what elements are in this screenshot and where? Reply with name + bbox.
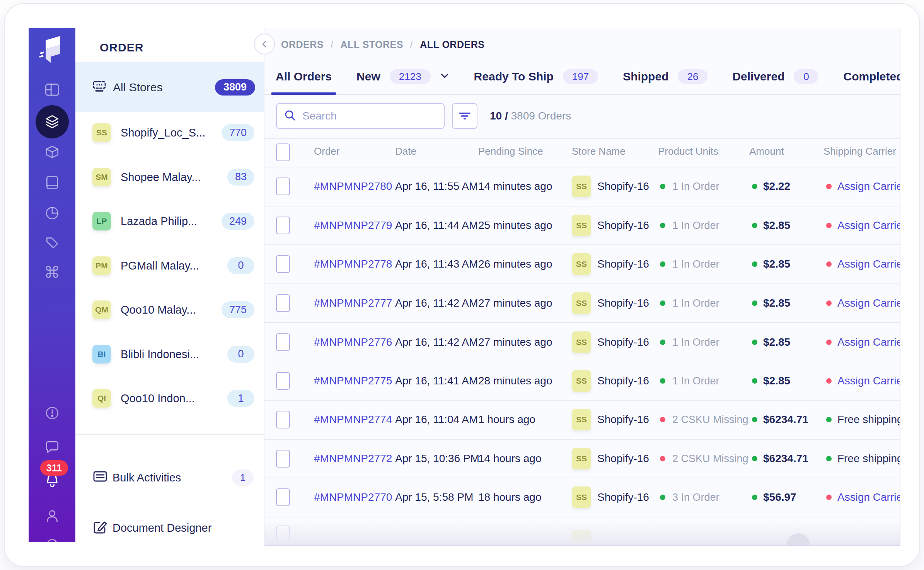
shortcuts-command-icon[interactable]: ⌘ <box>44 265 60 281</box>
row-checkbox[interactable] <box>276 488 290 506</box>
store-name-label: Qoo10 Malay... <box>121 304 196 316</box>
orders-main-panel: ORDERS / ALL STORES / ALL ORDERS All Ord… <box>264 28 900 546</box>
tab[interactable]: Delivered 0 <box>732 59 818 94</box>
chevron-down-icon[interactable] <box>440 73 449 80</box>
chat-icon[interactable] <box>44 439 60 455</box>
carrier-status-dot <box>826 184 832 189</box>
tab[interactable]: Completed 346 <box>843 59 900 94</box>
row-checkbox[interactable] <box>276 294 290 312</box>
units-status-dot <box>660 417 665 422</box>
panel-title: ORDER <box>100 41 143 54</box>
store-list-item[interactable]: QM Qoo10 Malay... 775 <box>75 288 264 332</box>
sidebar-rail: ⌘ 311 <box>29 28 75 542</box>
row-checkbox[interactable] <box>276 177 290 195</box>
settings-partial-icon[interactable] <box>44 536 60 542</box>
store-list-item[interactable]: SS Shopify_Loc_S... 770 <box>75 111 264 155</box>
store-name: Shopify-16 <box>597 375 649 387</box>
orders-count-shown: 10 / <box>490 110 508 122</box>
store-list-item[interactable]: QI Qoo10 Indon... 1 <box>75 376 264 420</box>
select-all-checkbox[interactable] <box>276 143 290 161</box>
store-name: Shopify-16 <box>597 258 649 270</box>
store-avatar: SM <box>92 168 111 186</box>
shipping-carrier[interactable]: Assign Carrier <box>837 219 900 232</box>
amount-status-dot <box>752 184 757 189</box>
store-name-label: Shopify_Loc_S... <box>121 126 205 139</box>
breadcrumb-all-stores[interactable]: ALL STORES <box>340 39 403 50</box>
store-count-badge: 1 <box>227 390 254 407</box>
order-id-link[interactable]: #MNPMNP2775 <box>314 375 392 387</box>
store-list-item[interactable]: SM Shopee Malay... 83 <box>75 155 264 199</box>
bulk-activities-label: Bulk Activities <box>113 471 181 484</box>
pending-since: 27 minutes ago <box>478 336 552 348</box>
store-initials-badge: SS <box>572 176 591 197</box>
tab-label: Delivered <box>732 70 784 83</box>
amount-status-dot <box>752 378 757 384</box>
row-checkbox[interactable] <box>276 450 290 468</box>
bulk-activities-item[interactable]: Bulk Activities 1 <box>75 456 264 499</box>
table-row: #MNPMNP2780 Apr 16, 11:55 AM 14 minutes … <box>264 167 900 206</box>
divider <box>264 138 900 139</box>
order-id-link[interactable]: #MNPMNP2774 <box>314 413 392 426</box>
column-header: Amount <box>749 145 784 157</box>
table-row: #MNPMNP2770 Apr 15, 5:58 PM 18 hours ago… <box>264 478 900 517</box>
shipping-carrier[interactable]: Assign Carrier <box>837 258 900 270</box>
amount-status-dot <box>752 261 757 267</box>
amount-status-dot <box>752 456 757 461</box>
shipping-carrier[interactable]: Free shipping <box>837 452 900 465</box>
order-id-link[interactable]: #MNPMNP2772 <box>314 452 392 465</box>
amount-status-dot <box>752 495 757 500</box>
row-checkbox[interactable] <box>276 372 290 390</box>
collapse-panel-button[interactable] <box>254 34 275 55</box>
tab[interactable]: Shipped 26 <box>623 59 707 94</box>
product-units: 3 In Order <box>672 491 719 503</box>
search-input[interactable] <box>302 110 437 122</box>
store-count-badge: 770 <box>222 124 254 141</box>
row-checkbox[interactable] <box>276 217 290 234</box>
store-initials-badge: SS <box>572 370 591 392</box>
amount: $6234.71 <box>763 452 808 465</box>
tab[interactable]: New 2123 <box>356 59 449 94</box>
row-checkbox[interactable] <box>276 255 290 273</box>
shipping-carrier[interactable]: Assign Carrier <box>837 180 900 193</box>
account-icon[interactable] <box>44 508 60 524</box>
store-list-item[interactable]: PM PGMall Malay... 0 <box>75 244 264 288</box>
shipping-carrier[interactable]: Assign Carrier <box>837 375 900 387</box>
pending-since: 1 hours ago <box>478 413 535 426</box>
store-list-panel: ORDER All Stores 3809 SS Shopify_Loc_S..… <box>75 28 264 542</box>
packages-icon[interactable] <box>44 145 60 161</box>
shipping-carrier[interactable]: Assign Carrier <box>837 491 900 503</box>
dashboard-icon[interactable] <box>44 81 61 98</box>
row-checkbox[interactable] <box>276 333 290 351</box>
store-name: Shopify-16 <box>597 297 649 309</box>
column-header: Store Name <box>572 145 626 157</box>
order-id-link[interactable]: #MNPMNP2770 <box>314 491 392 503</box>
all-stores-item[interactable]: All Stores 3809 <box>75 62 264 112</box>
pending-since: 27 minutes ago <box>478 297 552 309</box>
order-id-link[interactable]: #MNPMNP2779 <box>314 219 392 232</box>
tags-icon[interactable] <box>44 234 60 251</box>
shipping-carrier[interactable]: Free shipping <box>837 413 900 426</box>
order-id-link[interactable]: #MNPMNP2778 <box>314 258 392 270</box>
document-designer-item[interactable]: Document Designer <box>75 507 264 549</box>
order-id-link[interactable]: #MNPMNP2780 <box>314 180 392 193</box>
units-status-dot <box>660 223 665 228</box>
column-header: Pending Since <box>478 145 543 157</box>
filter-button[interactable] <box>452 103 477 129</box>
row-checkbox[interactable] <box>276 411 290 428</box>
shipping-carrier[interactable]: Assign Carrier <box>837 297 900 309</box>
tab[interactable]: Ready To Ship 197 <box>474 59 598 94</box>
order-id-link[interactable]: #MNPMNP2776 <box>314 336 392 348</box>
tab[interactable]: All Orders <box>276 59 332 94</box>
orders-layers-icon-active[interactable] <box>36 105 69 138</box>
breadcrumb-orders[interactable]: ORDERS <box>281 39 324 50</box>
carrier-status-dot <box>826 261 832 267</box>
shipping-carrier[interactable]: Assign Carrier <box>837 336 900 348</box>
analytics-pie-icon[interactable] <box>44 205 60 221</box>
pending-since: 26 minutes ago <box>478 258 552 270</box>
tab-count-badge: 197 <box>563 69 598 84</box>
alerts-icon[interactable] <box>44 405 60 421</box>
store-list-item[interactable]: BI Blibli Indonesi... 0 <box>75 332 264 376</box>
catalog-icon[interactable] <box>44 174 60 191</box>
store-list-item[interactable]: LP Lazada Philip... 249 <box>75 199 264 243</box>
order-id-link[interactable]: #MNPMNP2777 <box>314 297 392 309</box>
